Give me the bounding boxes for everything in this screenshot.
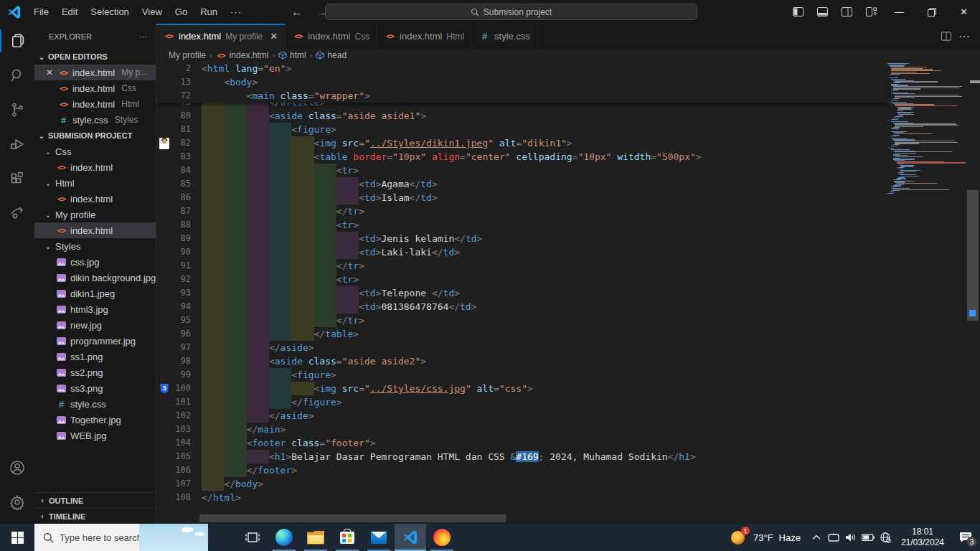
breadcrumb-item[interactable]: <>index.html [216, 50, 269, 61]
code-line-97[interactable]: 97 </aside> [156, 341, 887, 354]
task-view-icon[interactable] [237, 524, 268, 551]
taskbar-search[interactable]: Type here to search [34, 524, 208, 551]
menu-go[interactable]: Go [169, 0, 194, 24]
code-line-2[interactable]: 2<html lang="en"> [156, 62, 887, 75]
code-line-88[interactable]: 88 <tr> [156, 218, 887, 232]
open-editors-header[interactable]: ⌄ OPEN EDITORS [34, 49, 156, 65]
project-section-header[interactable]: ⌄ SUBMISION PROJECT [34, 128, 156, 143]
tree-folder[interactable]: ⌄Styles [34, 238, 156, 254]
menu-run[interactable]: Run [194, 0, 224, 24]
open-editor-item[interactable]: ✕<>index.htmlMy p... [34, 65, 156, 80]
tree-file[interactable]: programmer.jpg [34, 333, 156, 349]
editor-more-icon[interactable]: ⋯ [958, 29, 970, 43]
battery-icon[interactable] [859, 524, 877, 551]
file-explorer-icon[interactable] [300, 524, 331, 551]
close-icon[interactable]: ✕ [44, 67, 55, 77]
source-control-icon[interactable] [0, 93, 34, 127]
notification-center-icon[interactable]: 3 [951, 524, 980, 551]
code-line-89[interactable]: 89 <td>Jenis kelamin</td> [156, 232, 887, 245]
code-line-99[interactable]: 99 <figure> [156, 368, 887, 382]
tree-file[interactable]: dikin background.jpg [34, 270, 156, 286]
menu-more-icon[interactable]: ··· [224, 0, 248, 24]
firefox-icon[interactable] [426, 524, 458, 551]
code-line-81[interactable]: 81 <figure> [156, 123, 887, 136]
tablet-mode-icon[interactable] [825, 524, 842, 551]
menu-view[interactable]: View [136, 0, 169, 24]
tree-file[interactable]: ss2.png [34, 364, 156, 380]
minimap[interactable] [887, 63, 966, 524]
tree-file[interactable]: <>index.html [34, 222, 156, 238]
tree-folder[interactable]: ⌄Css [34, 143, 156, 159]
code-line-83[interactable]: 83 <table border="10px" align="center" c… [156, 150, 887, 164]
breadcrumb-item[interactable]: html [278, 50, 306, 60]
code-line-105[interactable]: 105 <h1>Belajar Dasar Pemrograman HTML d… [156, 450, 887, 463]
explorer-more-icon[interactable]: ··· [139, 32, 147, 41]
tree-file[interactable]: new.jpg [34, 317, 156, 333]
code-line-98[interactable]: 98 <aside class="aside aside2"> [156, 354, 887, 368]
code-editor[interactable]: 80 <aside class="aside aside1">81 <figur… [156, 62, 980, 524]
code-line-96[interactable]: 96 </table> [156, 327, 887, 341]
open-editor-item[interactable]: <>index.htmlHtml [34, 96, 156, 112]
start-button[interactable] [0, 524, 34, 551]
breadcrumb-item[interactable]: My profile [169, 50, 206, 60]
back-arrow-icon[interactable]: ← [291, 6, 303, 19]
restore-button[interactable] [915, 0, 948, 24]
mail-icon[interactable] [363, 524, 395, 551]
close-button[interactable]: ✕ [948, 0, 980, 24]
clock[interactable]: 18:01 21/03/2024 [894, 527, 951, 548]
tree-file[interactable]: ss3.png [34, 380, 156, 396]
split-editor-icon[interactable] [941, 32, 951, 41]
code-line-100[interactable]: 3100 <img src="../Styles/css.jpg" alt="c… [156, 382, 887, 395]
outline-section[interactable]: › OUTLINE [34, 492, 156, 508]
toggle-secondary-sidebar-icon[interactable] [834, 0, 859, 24]
volume-icon[interactable] [842, 524, 859, 551]
settings-gear-icon[interactable] [0, 485, 34, 519]
code-line-94[interactable]: 94 <td>081386478764</td> [156, 300, 887, 314]
code-line-93[interactable]: 93 <td>Telepone </td> [156, 286, 887, 300]
live-share-icon[interactable] [0, 196, 34, 230]
tree-file[interactable]: #style.css [34, 396, 156, 412]
open-editor-item[interactable]: #style.cssStyles [34, 112, 156, 128]
weather-widget[interactable]: 1 73°F Haze [723, 529, 808, 546]
network-globe-icon[interactable] [877, 524, 894, 551]
code-line-82[interactable]: 82 <img src="../Styles/dikin1.jpeg" alt=… [156, 136, 887, 150]
tab-index-html-Css[interactable]: <>index.htmlCss [286, 24, 377, 49]
code-line-87[interactable]: 87 </tr> [156, 204, 887, 218]
timeline-section[interactable]: › TIMELINE [34, 508, 156, 524]
command-center[interactable]: Submision project [325, 4, 697, 20]
toggle-panel-icon[interactable] [810, 0, 834, 24]
open-editor-item[interactable]: <>index.htmlCss [34, 80, 156, 96]
close-icon[interactable]: ✕ [270, 31, 278, 42]
tree-file[interactable]: <>index.html [34, 191, 156, 207]
tree-file[interactable]: WEB.jpg [34, 428, 156, 443]
code-line-85[interactable]: 85 <td>Agama</td> [156, 177, 887, 191]
code-line-72[interactable]: 72 <main class="wrapper"> [156, 89, 887, 103]
vscode-taskbar-icon[interactable] [395, 524, 426, 551]
tree-file[interactable]: ss1.png [34, 349, 156, 364]
tree-file[interactable]: <>index.html [34, 159, 156, 175]
tab-index-html-My-profile[interactable]: <>index.htmlMy profile✕ [156, 24, 286, 49]
code-line-95[interactable]: 95 </tr> [156, 314, 887, 327]
microsoft-store-icon[interactable] [331, 524, 363, 551]
code-line-108[interactable]: 108</html> [156, 491, 887, 504]
code-line-107[interactable]: 107 </body> [156, 477, 887, 491]
tree-file[interactable]: Together.jpg [34, 412, 156, 428]
explorer-icon[interactable] [0, 24, 34, 58]
code-line-101[interactable]: 101 </figure> [156, 395, 887, 409]
code-line-86[interactable]: 86 <td>Islam</td> [156, 191, 887, 204]
menu-selection[interactable]: Selection [84, 0, 135, 24]
vertical-scrollbar-thumb[interactable] [967, 190, 979, 321]
menu-file[interactable]: File [27, 0, 55, 24]
search-icon[interactable] [0, 58, 34, 93]
code-line-79[interactable]: 79 </article> [156, 103, 887, 109]
toggle-sidebar-icon[interactable] [786, 0, 810, 24]
edge-icon[interactable] [268, 524, 300, 551]
code-line-91[interactable]: 91 </tr> [156, 259, 887, 273]
code-line-84[interactable]: 84 <tr> [156, 164, 887, 177]
extensions-icon[interactable] [0, 161, 34, 196]
code-line-106[interactable]: 106 </footer> [156, 463, 887, 477]
hidden-icons-chevron[interactable] [808, 524, 825, 551]
tree-file[interactable]: html3.jpg [34, 301, 156, 317]
customize-layout-icon[interactable] [859, 0, 883, 24]
menu-edit[interactable]: Edit [55, 0, 84, 24]
